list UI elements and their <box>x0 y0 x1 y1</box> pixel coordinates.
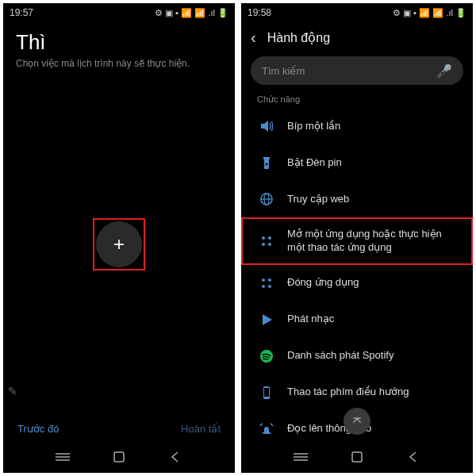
prev-button[interactable]: Trước đó <box>17 423 59 435</box>
svg-rect-5 <box>263 157 270 159</box>
page-header: ‹ Hành động <box>241 22 473 53</box>
svg-rect-3 <box>114 452 124 462</box>
back-button[interactable] <box>168 450 182 464</box>
apps-icon <box>259 275 274 291</box>
svg-point-10 <box>262 236 265 240</box>
edit-icon[interactable]: ✎ <box>8 385 17 397</box>
notification-icon <box>259 421 274 437</box>
svg-point-6 <box>266 163 268 166</box>
nav-bar <box>3 441 235 473</box>
plus-icon: + <box>113 233 125 255</box>
status-indicators: ⚙ ▣ ▪ 📶 📶 .ıl 🔋 <box>155 8 228 18</box>
home-button[interactable] <box>112 450 126 464</box>
status-bar: 19:57 ⚙ ▣ ▪ 📶 📶 .ıl 🔋 <box>3 3 235 22</box>
add-button[interactable]: + <box>96 221 142 267</box>
svg-rect-20 <box>264 388 269 397</box>
action-label: Bật Đèn pin <box>287 156 342 170</box>
action-item[interactable]: Bíp một lần <box>241 108 473 144</box>
volume-icon <box>259 118 274 134</box>
spotify-icon <box>259 348 274 364</box>
home-button[interactable] <box>350 450 364 464</box>
status-time: 19:58 <box>248 7 271 18</box>
action-label: Danh sách phát Spotify <box>287 349 393 363</box>
bottom-bar: Trước đó Hoàn tất <box>3 413 235 441</box>
back-button[interactable] <box>406 450 420 464</box>
action-label: Đóng ứng dụng <box>287 276 359 290</box>
scroll-top-button[interactable] <box>344 408 370 435</box>
status-indicators: ⚙ ▣ ▪ 📶 📶 .ıl 🔋 <box>393 8 466 18</box>
action-item[interactable]: Thao tác phím điều hướng <box>241 374 473 411</box>
phone-right: 19:58 ⚙ ▣ ▪ 📶 📶 .ıl 🔋 ‹ Hành động Tìm ki… <box>241 3 473 473</box>
page-title: Thì <box>16 30 222 55</box>
page-title: Hành động <box>267 30 330 45</box>
status-time: 19:57 <box>10 7 33 18</box>
action-label: Thao tác phím điều hướng <box>287 386 409 399</box>
mic-icon[interactable]: 🎤 <box>436 63 452 79</box>
action-item[interactable]: Bật Đèn pin <box>241 144 473 181</box>
svg-rect-30 <box>352 452 362 462</box>
phone-left: 19:57 ⚙ ▣ ▪ 📶 📶 .ıl 🔋 Thì Chọn việc mà l… <box>3 3 235 473</box>
recents-button[interactable] <box>56 450 70 464</box>
action-list: Bíp một lầnBật Đèn pinTruy cập webMở một… <box>241 108 473 441</box>
play-icon <box>259 312 274 328</box>
done-button[interactable]: Hoàn tất <box>181 423 221 435</box>
action-label: Bíp một lần <box>287 120 340 133</box>
nav-bar <box>241 441 473 473</box>
page-header: Thì Chọn việc mà lịch trình này sẽ thực … <box>3 22 235 75</box>
search-placeholder: Tìm kiếm <box>262 65 305 77</box>
svg-point-13 <box>268 243 271 246</box>
status-bar: 19:58 ⚙ ▣ ▪ 📶 📶 .ıl 🔋 <box>241 3 473 22</box>
recents-button[interactable] <box>294 450 308 464</box>
svg-point-17 <box>268 285 271 288</box>
action-item[interactable]: Mở một ứng dụng hoặc thực hiện một thao … <box>241 217 473 265</box>
fab-highlight: + <box>93 218 145 271</box>
svg-point-12 <box>262 243 265 246</box>
svg-point-18 <box>260 350 273 363</box>
flashlight-icon <box>259 155 274 171</box>
search-input[interactable]: Tìm kiếm 🎤 <box>251 56 463 85</box>
phone-icon <box>259 385 274 401</box>
action-label: Phát nhạc <box>287 313 334 326</box>
action-item[interactable]: Truy cập web <box>241 181 473 217</box>
action-item[interactable]: Danh sách phát Spotify <box>241 338 473 374</box>
action-item[interactable]: Đóng ứng dụng <box>241 265 473 301</box>
globe-icon <box>259 191 274 207</box>
action-label: Truy cập web <box>287 193 349 206</box>
section-label: Chức năng <box>241 91 473 108</box>
svg-point-16 <box>262 285 265 288</box>
svg-point-14 <box>262 278 265 282</box>
svg-point-11 <box>268 236 271 240</box>
apps-icon <box>259 233 274 249</box>
action-label: Mở một ứng dụng hoặc thực hiện một thao … <box>287 228 455 255</box>
back-icon[interactable]: ‹ <box>251 29 256 47</box>
content-area: + <box>3 75 235 413</box>
action-item[interactable]: Phát nhạc <box>241 301 473 338</box>
page-subtitle: Chọn việc mà lịch trình này sẽ thực hiện… <box>16 58 222 69</box>
svg-point-15 <box>268 278 271 282</box>
